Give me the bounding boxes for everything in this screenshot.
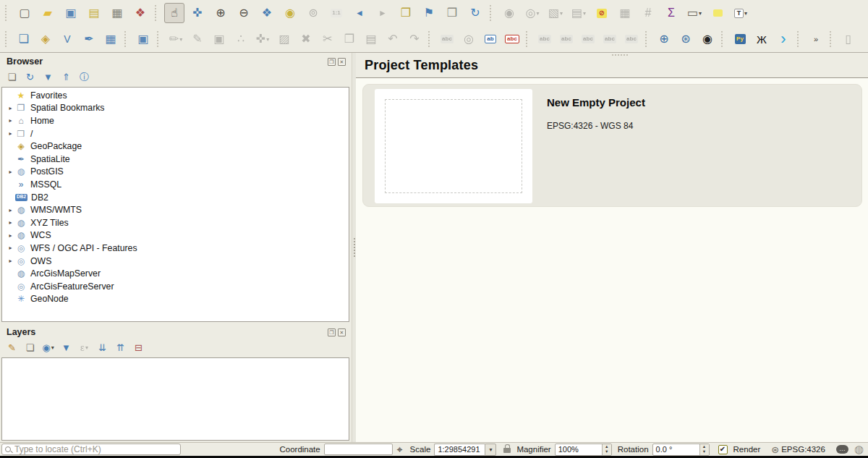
browser-item-xyz-tiles[interactable]: ▸◍XYZ Tiles [2, 216, 349, 229]
refresh-browser-button[interactable]: ↻ [22, 69, 38, 85]
browser-item-favorites[interactable]: ★Favorites [2, 89, 349, 102]
save-project-button[interactable]: ▣ [61, 3, 81, 23]
filter-legend-button[interactable]: ▼ [59, 340, 74, 355]
expander-icon[interactable]: ▸ [6, 207, 15, 213]
open-layer-styling-button[interactable]: ✎ [4, 340, 20, 355]
collapse-all-button[interactable]: ⇑ [59, 69, 74, 85]
zoom-full-button[interactable]: ❖ [257, 3, 277, 23]
add-group-button[interactable]: ❏ [22, 340, 38, 355]
browser-item-postgis[interactable]: ▸◍PostGIS [2, 166, 349, 179]
pan-to-selection-button[interactable]: ✜ [187, 3, 208, 23]
expander-icon[interactable]: ▸ [6, 130, 15, 137]
rotation-spin-buttons[interactable]: ▲▼ [699, 444, 709, 455]
browser-item-arcgismapserver[interactable]: ◍ArcGisMapServer [2, 267, 349, 280]
zoom-out-button[interactable]: ⊖ [234, 3, 254, 23]
browser-item-mssql[interactable]: »MSSQL [2, 178, 349, 191]
magnifier-value[interactable]: 100% [556, 444, 602, 455]
spin-down-icon[interactable]: ▼ [605, 450, 608, 454]
render-checkbox[interactable]: ✔ [718, 445, 728, 454]
new-shapefile-layer-button[interactable]: V [57, 29, 77, 49]
metasearch-add-service-button[interactable]: ⊕ [654, 29, 674, 49]
coordinate-input[interactable] [324, 444, 393, 455]
new-spatial-bookmark-button[interactable]: ❐ [396, 3, 416, 23]
zoom-in-button[interactable]: ⊕ [210, 3, 231, 23]
python-console-button[interactable]: Py [730, 29, 750, 49]
properties-info-button[interactable]: ⓘ [77, 69, 92, 85]
zoom-to-selection-button[interactable]: ◉ [280, 3, 300, 23]
browser-item-spatialite[interactable]: ✒SpatiaLite [2, 153, 349, 166]
processing-toolbox-button[interactable]: › [773, 29, 793, 49]
expander-icon[interactable]: ▸ [6, 258, 15, 264]
browser-item-geopackage[interactable]: ◈GeoPackage [2, 140, 349, 153]
add-selected-layers-button[interactable]: ❏ [4, 69, 20, 85]
new-virtual-layer-button[interactable]: ▦ [101, 29, 121, 49]
spin-down-icon[interactable]: ▼ [702, 450, 706, 454]
toolbar-overflow-button[interactable]: » [806, 29, 826, 49]
expand-all-button[interactable]: ⇊ [95, 340, 110, 355]
project-template-card[interactable]: New Empty Project EPSG:4326 - WGS 84 [362, 84, 862, 207]
browser-item-spatial-bookmarks[interactable]: ▸❐Spatial Bookmarks [2, 102, 349, 115]
statistical-summary-button[interactable]: Σ [661, 3, 681, 23]
browser-item-db2[interactable]: DB2DB2 [2, 191, 349, 204]
expander-icon[interactable]: ▸ [6, 219, 15, 226]
magnifier-spinbox[interactable]: 100% ▲▼ [555, 444, 612, 456]
search-layers-button[interactable]: ◉ [697, 29, 718, 49]
zoom-last-button[interactable]: ◄ [349, 3, 370, 23]
refresh-map-button[interactable]: ↻ [465, 3, 485, 23]
expander-icon[interactable]: ▸ [6, 232, 15, 239]
spin-up-icon[interactable]: ▲ [702, 445, 706, 449]
layers-float-button[interactable]: ❐ [328, 328, 336, 336]
plugin-bug-button[interactable]: Ж [752, 29, 772, 49]
show-spatial-bookmarks-button[interactable]: ⚑ [419, 3, 439, 23]
locate-search[interactable] [1, 444, 181, 455]
expander-icon[interactable]: ▸ [6, 105, 15, 111]
lock-scale-icon[interactable] [503, 448, 511, 453]
messages-icon[interactable]: … [836, 445, 848, 454]
browser-item-[interactable]: ▸❒/ [2, 127, 349, 140]
magnifier-spin-buttons[interactable]: ▲▼ [602, 444, 611, 455]
measure-button[interactable]: ▭▾ [684, 3, 705, 23]
browser-item-ows[interactable]: ▸◎OWS [2, 255, 349, 268]
scale-dropdown-button[interactable]: ▾ [485, 444, 496, 456]
new-temporary-scratch-layer-button[interactable]: ▣ [133, 29, 153, 49]
browser-item-home[interactable]: ▸⌂Home [2, 114, 349, 127]
new-spatialite-layer-button[interactable]: ✒ [79, 29, 99, 49]
browser-item-geonode[interactable]: ✳GeoNode [2, 293, 349, 306]
scale-value[interactable]: 1:29854291 [434, 444, 485, 456]
manage-map-themes-button[interactable]: ◉▾ [41, 340, 56, 355]
scale-combo[interactable]: 1:29854291 ▾ [434, 444, 496, 456]
browser-item-arcgisfeatureserver[interactable]: ◎ArcGisFeatureServer [2, 280, 349, 293]
browser-close-button[interactable]: ✕ [338, 58, 346, 66]
expander-icon[interactable]: ▸ [6, 117, 15, 124]
data-source-manager-button[interactable]: ❏ [14, 29, 34, 49]
browser-item-wfs-ogc-api-features[interactable]: ▸◎WFS / OGC API - Features [2, 242, 349, 255]
pan-map-button[interactable]: ☝ [164, 3, 184, 23]
rotation-spinbox[interactable]: 0.0 ° ▲▼ [652, 444, 710, 456]
extents-icon[interactable]: ⌖ [397, 444, 403, 456]
layers-close-button[interactable]: ✕ [338, 328, 346, 336]
new-project-button[interactable]: ▢ [14, 3, 35, 23]
show-layout-manager-button[interactable]: ▦ [107, 3, 127, 23]
deselect-all-button[interactable]: ⊘ [592, 3, 612, 23]
text-annotation-button[interactable]: T▾ [731, 3, 751, 23]
filter-browser-button[interactable]: ▼ [41, 69, 56, 85]
main-splitter-handle[interactable] [612, 54, 628, 56]
expander-icon[interactable]: ▸ [6, 245, 15, 251]
rotation-value[interactable]: 0.0 ° [653, 444, 699, 455]
style-manager-button[interactable]: ❖ [130, 3, 150, 23]
bookmark-manager-button[interactable]: ❒ [442, 3, 462, 23]
browser-item-wms-wmts[interactable]: ▸◍WMS/WMTS [2, 203, 349, 216]
browser-item-wcs[interactable]: ▸◍WCS [2, 229, 349, 242]
browser-float-button[interactable]: ❐ [328, 58, 336, 66]
locate-input[interactable] [11, 444, 180, 454]
new-print-layout-button[interactable]: ▤ [84, 3, 104, 23]
collapse-all-layers-button[interactable]: ⇈ [113, 340, 128, 355]
map-tips-button[interactable] [707, 3, 728, 23]
metasearch-catalog-button[interactable]: ⊛ [676, 29, 696, 49]
spin-up-icon[interactable]: ▲ [605, 445, 608, 449]
remove-layer-button[interactable]: ⊟ [131, 340, 146, 355]
crs-value[interactable]: EPSG:4326 [781, 445, 825, 454]
new-geopackage-layer-button[interactable]: ◈ [35, 29, 56, 49]
crs-globe-icon[interactable]: ⊛ [771, 444, 779, 455]
expander-icon[interactable]: ▸ [6, 169, 15, 175]
